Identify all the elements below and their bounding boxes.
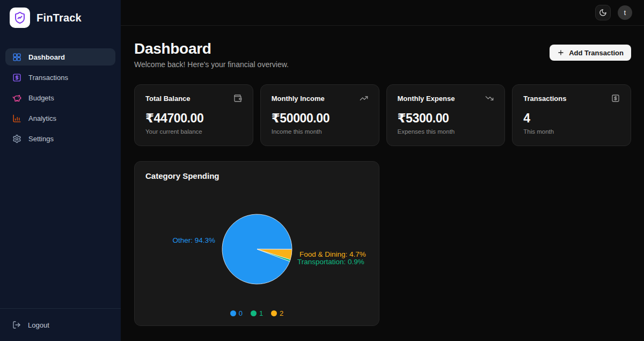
avatar[interactable]: t bbox=[618, 5, 632, 20]
category-spending-card: Category Spending Other: 94.3% Food & Di… bbox=[134, 161, 379, 326]
stat-card-monthly-income: Monthly Income ₹50000.00 Income this mon… bbox=[260, 84, 379, 146]
piggy-bank-icon bbox=[12, 93, 21, 103]
logout-label: Logout bbox=[28, 321, 49, 329]
page-subtitle: Welcome back! Here's your financial over… bbox=[134, 60, 289, 69]
pie-slices bbox=[222, 214, 292, 284]
page-title: Dashboard bbox=[134, 40, 289, 57]
bar-chart-icon bbox=[12, 114, 21, 123]
sidebar-item-budgets[interactable]: Budgets bbox=[5, 89, 115, 106]
sidebar-item-label: Transactions bbox=[28, 74, 68, 82]
legend-label: 2 bbox=[280, 309, 283, 317]
app-title: FinTrack bbox=[36, 12, 82, 24]
stat-card-monthly-expense: Monthly Expense ₹5300.00 Expenses this m… bbox=[386, 84, 506, 146]
logout-button[interactable]: Logout bbox=[5, 317, 115, 333]
stat-card-total-balance: Total Balance ₹44700.00 Your current bal… bbox=[134, 84, 253, 146]
plus-icon bbox=[557, 49, 565, 56]
stat-value: ₹50000.00 bbox=[272, 111, 368, 126]
topbar: t bbox=[121, 0, 644, 26]
legend-dot bbox=[230, 310, 236, 316]
stat-card-transactions: Transactions 4 This month bbox=[512, 84, 631, 146]
sidebar-item-label: Budgets bbox=[28, 94, 54, 102]
pie-chart: Other: 94.3% Food & Dining: 4.7% Transpo… bbox=[145, 184, 369, 308]
sidebar: FinTrack Dashboard Transactions bbox=[0, 0, 121, 341]
sidebar-item-label: Settings bbox=[28, 135, 54, 143]
sidebar-item-label: Dashboard bbox=[28, 53, 65, 61]
main-content: Dashboard Welcome back! Here's your fina… bbox=[121, 26, 644, 341]
sidebar-item-settings[interactable]: Settings bbox=[5, 130, 115, 147]
dollar-square-icon bbox=[611, 94, 620, 103]
stat-title: Monthly Income bbox=[272, 95, 325, 103]
add-transaction-button[interactable]: Add Transaction bbox=[550, 45, 631, 61]
pie-label-other: Other: 94.3% bbox=[172, 236, 215, 244]
shield-chart-icon bbox=[10, 8, 30, 28]
chart-title: Category Spending bbox=[145, 171, 368, 180]
moon-icon bbox=[599, 9, 607, 17]
legend-label: 0 bbox=[239, 309, 243, 317]
legend-label: 1 bbox=[259, 309, 263, 317]
legend-dot bbox=[251, 310, 257, 316]
gear-icon bbox=[12, 134, 21, 143]
pie-label-food-dining: Food & Dining: 4.7% bbox=[299, 250, 366, 258]
pie-label-transportation: Transportation: 0.9% bbox=[297, 258, 364, 266]
trending-up-icon bbox=[360, 94, 368, 103]
stat-subtitle: This month bbox=[523, 128, 620, 135]
stat-value: ₹44700.00 bbox=[145, 111, 242, 126]
sidebar-item-transactions[interactable]: Transactions bbox=[5, 69, 115, 86]
legend-item-0: 0 bbox=[230, 309, 243, 317]
stat-title: Transactions bbox=[523, 95, 566, 103]
legend-item-2: 2 bbox=[271, 309, 283, 317]
theme-toggle-button[interactable] bbox=[595, 5, 611, 20]
stat-subtitle: Expenses this month bbox=[398, 128, 494, 135]
dollar-square-icon bbox=[12, 73, 21, 82]
chart-legend: 0 1 2 bbox=[145, 309, 368, 317]
stat-subtitle: Your current balance bbox=[145, 128, 242, 135]
trending-down-icon bbox=[485, 94, 494, 103]
wallet-icon bbox=[233, 94, 242, 103]
sidebar-item-analytics[interactable]: Analytics bbox=[5, 110, 115, 127]
stat-title: Monthly Expense bbox=[398, 95, 455, 103]
layout-grid-icon bbox=[12, 53, 21, 62]
sidebar-nav: Dashboard Transactions Budgets bbox=[0, 48, 121, 147]
stats-row: Total Balance ₹44700.00 Your current bal… bbox=[134, 84, 631, 146]
logout-icon bbox=[12, 321, 21, 329]
sidebar-item-label: Analytics bbox=[28, 114, 56, 122]
stat-value: 4 bbox=[523, 111, 620, 126]
stat-subtitle: Income this month bbox=[272, 128, 368, 135]
stat-title: Total Balance bbox=[145, 95, 191, 103]
sidebar-footer: Logout bbox=[0, 308, 121, 341]
stat-value: ₹5300.00 bbox=[398, 111, 494, 126]
sidebar-item-dashboard[interactable]: Dashboard bbox=[5, 48, 115, 66]
legend-item-1: 1 bbox=[251, 309, 263, 317]
legend-dot bbox=[271, 310, 277, 316]
app-logo: FinTrack bbox=[0, 0, 121, 35]
